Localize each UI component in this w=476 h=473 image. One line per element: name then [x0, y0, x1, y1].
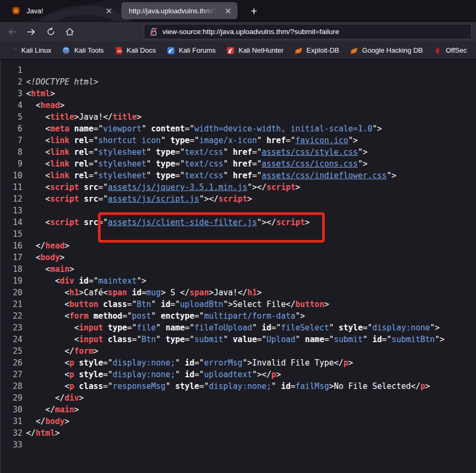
kali-tools-icon	[62, 46, 70, 55]
line-number: 33	[1, 439, 22, 451]
source-link[interactable]: assets/css/style.css	[262, 147, 358, 157]
back-button[interactable]	[4, 24, 20, 39]
source-line: 10 <link rel="stylesheet" type="text/css…	[1, 170, 476, 181]
svg-text:ws: ws	[117, 48, 122, 53]
line-number: 13	[1, 205, 22, 217]
line-number: 9	[1, 158, 22, 170]
bookmark-exploit-db[interactable]: Exploit-DB	[290, 45, 344, 56]
line-number: 20	[1, 287, 22, 298]
source-line: 24 <input class="Btn" type="submit" valu…	[1, 334, 476, 345]
line-number: 26	[1, 357, 22, 369]
line-number: 1	[1, 64, 22, 76]
source-line: 3<html>	[1, 88, 476, 99]
line-number: 29	[1, 392, 22, 404]
source-line: 4 <head>	[1, 99, 476, 111]
line-number: 19	[1, 275, 22, 287]
bookmark-google-hacking-db[interactable]: Google Hacking DB	[345, 45, 428, 56]
reload-icon	[46, 27, 55, 36]
bookmark-kali-docs[interactable]: ws Kali Docs	[110, 45, 161, 56]
close-tab-icon[interactable]	[103, 5, 114, 16]
back-arrow-icon	[7, 28, 17, 36]
source-line: 16 </head>	[1, 240, 476, 252]
tab-java[interactable]: Java!	[4, 2, 118, 19]
kali-forums-icon	[167, 46, 175, 55]
line-number: 28	[1, 380, 22, 392]
ghdb-bug-icon	[350, 46, 358, 55]
line-number: 30	[1, 404, 22, 416]
source-line: 18 <main>	[1, 263, 476, 275]
bookmark-kali-nethunter[interactable]: Kali NetHunter	[221, 45, 289, 56]
source-line: 28 <p class="responseMsg" style="display…	[1, 380, 476, 392]
tab-title: Java!	[27, 7, 43, 15]
bookmark-kali-forums[interactable]: Kali Forums	[162, 45, 220, 56]
line-number: 4	[1, 99, 22, 111]
source-line: 2<!DOCTYPE html>	[1, 76, 476, 88]
source-line: 26 <p style="display:none;" id="errorMsg…	[1, 357, 476, 369]
source-line: 33	[1, 439, 476, 451]
source-code: 12<!DOCTYPE html>3<html>4 <head>5 <title…	[1, 64, 476, 451]
source-line: 1	[1, 64, 476, 76]
coffee-mandala-favicon	[12, 6, 20, 15]
source-line: 7 <link rel="shortcut icon" type="image/…	[1, 135, 476, 146]
source-line: 20 <h1>Café<span id=mug> S </span>Java!<…	[1, 287, 476, 298]
source-link[interactable]: favicon.ico	[296, 136, 348, 145]
line-number: 31	[1, 416, 22, 427]
source-line: 22 <form method="post" enctype="multipar…	[1, 310, 476, 322]
line-number: 5	[1, 111, 22, 123]
source-line: 6 <meta name="viewport" content="width=d…	[1, 123, 476, 135]
tab-uploadvulns[interactable]: http://java.uploadvulns.thm/?	[121, 2, 237, 19]
close-tab-icon[interactable]	[223, 5, 233, 16]
home-button[interactable]	[62, 24, 78, 39]
forward-arrow-icon	[27, 28, 36, 36]
url-text: view-source:http://java.uploadvulns.thm/…	[162, 28, 339, 36]
source-line: 5 <title>Java!</title>	[1, 111, 476, 123]
source-link[interactable]: assets/css/icons.css	[262, 159, 358, 169]
bookmark-kali-linux[interactable]: Kali Linux	[4, 45, 56, 56]
line-number: 11	[1, 181, 22, 193]
source-line: 19 <div id="maintext">	[1, 275, 476, 287]
tab-title: http://java.uploadvulns.thm/?	[129, 7, 217, 15]
source-link[interactable]: assets/js/script.js	[108, 194, 200, 204]
browser-window: Java! http://java.uploadvulns.thm/? +	[0, 0, 476, 473]
home-icon	[65, 27, 75, 36]
line-number: 6	[1, 123, 22, 135]
line-number: 7	[1, 135, 22, 146]
view-source-content: 12<!DOCTYPE html>3<html>4 <head>5 <title…	[0, 60, 476, 473]
kali-nethunter-icon	[226, 46, 235, 55]
line-number: 16	[1, 240, 22, 252]
line-number: 21	[1, 298, 22, 310]
line-number: 15	[1, 228, 22, 240]
line-number: 18	[1, 263, 22, 275]
line-number: 10	[1, 170, 22, 181]
source-line: 27 <p style="display:none;" id="uploadte…	[1, 369, 476, 380]
new-tab-button[interactable]: +	[246, 3, 262, 19]
source-line: 30 </main>	[1, 404, 476, 416]
source-line: 21 <button class="Btn" id="uploadBtn">Se…	[1, 298, 476, 310]
tab-bar: Java! http://java.uploadvulns.thm/? +	[0, 0, 476, 21]
forward-button[interactable]	[23, 24, 39, 39]
navigation-toolbar: view-source:http://java.uploadvulns.thm/…	[0, 21, 476, 42]
line-number: 17	[1, 252, 22, 263]
source-link[interactable]: assets/js/jquery-3.5.1.min.js	[108, 182, 248, 192]
source-line: 25 </form>	[1, 345, 476, 357]
source-link[interactable]: assets/css/indieflower.css	[262, 171, 387, 180]
offsec-icon	[433, 46, 442, 55]
source-line: 14 <script src="assets/js/client-side-fi…	[1, 217, 476, 228]
line-number: 12	[1, 193, 22, 205]
line-number: 32	[1, 427, 22, 439]
insecure-connection-icon	[150, 27, 158, 36]
source-line: 15	[1, 228, 476, 240]
kali-dragon-icon	[9, 46, 18, 55]
exploit-db-bug-icon	[294, 46, 303, 55]
source-link[interactable]: assets/js/client-side-filter.js	[108, 218, 257, 227]
reload-button[interactable]	[43, 24, 59, 39]
bookmark-offsec[interactable]: OffSec	[429, 45, 472, 56]
url-bar[interactable]: view-source:http://java.uploadvulns.thm/…	[144, 24, 472, 39]
line-number: 24	[1, 334, 22, 345]
line-number: 23	[1, 322, 22, 334]
line-number: 27	[1, 369, 22, 380]
line-number: 22	[1, 310, 22, 322]
bookmark-kali-tools[interactable]: Kali Tools	[57, 45, 108, 56]
source-line: 29 </div>	[1, 392, 476, 404]
line-number: 3	[1, 88, 22, 99]
